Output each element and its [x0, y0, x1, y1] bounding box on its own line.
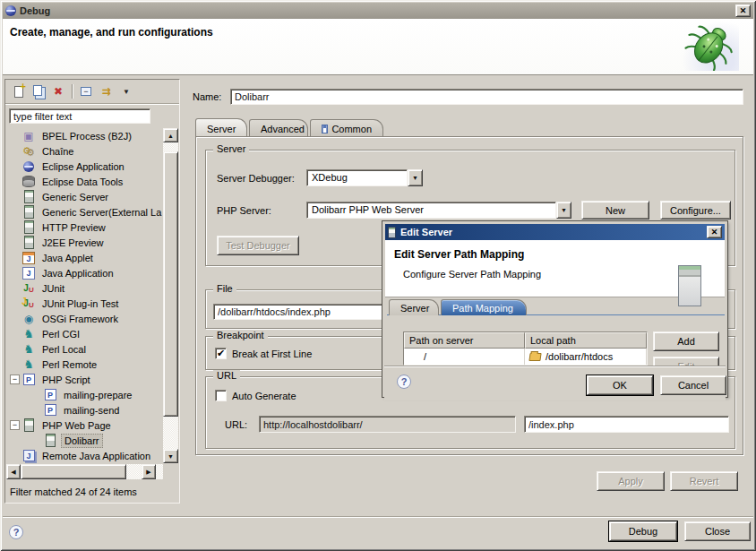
tree-item-http-preview[interactable]: HTTP Preview: [6, 220, 178, 235]
duplicate-icon[interactable]: [29, 82, 48, 101]
column-path-on-server[interactable]: Path on server: [404, 332, 525, 349]
tree-item-mailing-prepare[interactable]: mailing-prepare: [6, 387, 178, 402]
tree-item-eclipse-data-tools[interactable]: Eclipse Data Tools: [6, 174, 178, 189]
ok-button[interactable]: OK: [587, 375, 653, 395]
tree-indent: [10, 222, 20, 232]
add-mapping-button[interactable]: Add: [653, 331, 719, 351]
tree-item-label: Chaîne: [39, 145, 76, 158]
scroll-left-icon[interactable]: ◀: [6, 464, 21, 479]
tree-item-bpel-process-b2j[interactable]: BPEL Process (B2J): [6, 128, 178, 143]
tree-item-osgi-framework[interactable]: OSGi Framework: [6, 311, 178, 326]
cancel-button[interactable]: Cancel: [660, 375, 726, 395]
scroll-thumb[interactable]: [163, 151, 178, 417]
tab-server[interactable]: Server: [195, 118, 247, 136]
window-titlebar[interactable]: Debug ✕: [3, 3, 753, 19]
dialog-titlebar[interactable]: Edit Server ✕: [385, 224, 725, 240]
collapse-expander-icon[interactable]: −: [10, 420, 20, 430]
tree-item-java-application[interactable]: Java Application: [6, 265, 178, 280]
tree-item-generic-server-external-la[interactable]: Generic Server(External La: [6, 204, 178, 220]
server-debugger-select[interactable]: XDebug ▼: [306, 169, 423, 186]
dialog-help-icon[interactable]: ?: [397, 375, 411, 389]
tree-item-perl-local[interactable]: Perl Local: [6, 341, 178, 357]
php-server-label: PHP Server:: [217, 205, 271, 216]
server-debugger-value: XDebug: [306, 169, 408, 186]
tree-item-generic-server[interactable]: Generic Server: [6, 189, 178, 204]
tree-item-junit-plug-in-test[interactable]: JUnit Plug-in Test: [6, 296, 178, 311]
chevron-down-icon[interactable]: ▼: [556, 202, 571, 219]
dialog-tabs: Server Path Mapping: [387, 299, 725, 315]
delete-icon[interactable]: ✖: [48, 82, 68, 101]
tree-item-junit[interactable]: JUnit: [6, 280, 178, 296]
tree-item-java-applet[interactable]: Java Applet: [6, 250, 178, 265]
php-script-icon: [21, 373, 36, 386]
tree-item-php-script[interactable]: −PHP Script: [6, 372, 178, 387]
scroll-up-icon[interactable]: ▲: [163, 128, 178, 142]
scroll-down-icon[interactable]: ▼: [163, 449, 178, 463]
url-base-input[interactable]: [259, 416, 516, 433]
tree-indent: [10, 131, 20, 141]
tree-indent: [10, 298, 20, 308]
php-server-select[interactable]: Dolibarr PHP Web Server ▼: [306, 202, 571, 219]
dialog-tab-server[interactable]: Server: [389, 299, 439, 315]
path-mapping-table: Path on server Local path //dolibarr/htd…: [403, 331, 648, 366]
dialog-tab-path-mapping[interactable]: Path Mapping: [441, 299, 527, 315]
tree-vertical-scrollbar[interactable]: ▲ ▼: [163, 128, 178, 463]
tree-item-remote-java-application[interactable]: Remote Java Application: [6, 448, 178, 463]
configurations-sidebar: ✖ − ⇉ ▼ BPEL Process (B2J)ChaîneEclipse …: [4, 79, 180, 504]
filter-input[interactable]: [9, 108, 150, 124]
menu-dropdown-icon[interactable]: ▼: [116, 82, 135, 101]
filter-icon[interactable]: ⇉: [96, 82, 116, 101]
tree-item-label: HTTP Preview: [39, 221, 108, 234]
tree-item-j2ee-preview[interactable]: J2EE Preview: [6, 235, 178, 250]
help-icon[interactable]: ?: [9, 525, 23, 539]
scroll-thumb[interactable]: [21, 464, 126, 479]
new-configuration-icon[interactable]: [9, 82, 29, 101]
tree-item-eclipse-application[interactable]: Eclipse Application: [6, 159, 178, 174]
java-application-icon: [21, 266, 36, 280]
tree-item-label: Generic Server: [39, 191, 111, 203]
configure-server-button[interactable]: Configure...: [660, 201, 731, 220]
tab-advanced[interactable]: Advanced: [249, 119, 308, 136]
tree-item-php-web-page[interactable]: −PHP Web Page: [6, 418, 178, 433]
tree-item-perl-cgi[interactable]: Perl CGI: [6, 326, 178, 341]
php-server-value: Dolibarr PHP Web Server: [306, 202, 556, 219]
folder-icon: [528, 353, 541, 361]
collapse-all-icon[interactable]: −: [76, 82, 96, 101]
perl-icon: [21, 357, 36, 371]
tree-indent: [10, 146, 20, 156]
test-debugger-button[interactable]: Test Debugger: [217, 236, 299, 255]
toolbar-separator: [72, 84, 73, 99]
eclipse-logo-icon: [5, 5, 16, 16]
tree-item-mailing-send[interactable]: mailing-send: [6, 402, 178, 418]
auto-generate-checkbox[interactable]: [215, 390, 227, 401]
tree-item-dolibarr[interactable]: Dolibarr: [6, 433, 178, 448]
chain-icon: [21, 144, 36, 158]
scroll-right-icon[interactable]: ▶: [142, 464, 156, 479]
tree-indent: [10, 253, 20, 263]
tree-horizontal-scrollbar[interactable]: ◀ ▶: [6, 464, 163, 479]
break-first-line-checkbox[interactable]: ✔: [215, 348, 227, 359]
mapping-row[interactable]: //dolibarr/htdocs: [404, 349, 647, 365]
apply-button[interactable]: Apply: [597, 471, 665, 491]
tab-common[interactable]: Common: [310, 119, 383, 136]
scrollbar-corner: [163, 464, 178, 479]
tree-item-cha-ne[interactable]: Chaîne: [6, 143, 178, 159]
chevron-down-icon[interactable]: ▼: [408, 169, 423, 186]
dialog-close-icon[interactable]: ✕: [707, 226, 722, 238]
close-icon[interactable]: ✕: [735, 4, 751, 17]
tree-item-perl-remote[interactable]: Perl Remote: [6, 357, 178, 372]
tree-indent: [10, 161, 20, 171]
perl-icon: [21, 342, 36, 356]
revert-button[interactable]: Revert: [670, 471, 738, 491]
close-button[interactable]: Close: [684, 521, 751, 541]
remote-java-icon: [21, 449, 36, 462]
new-server-button[interactable]: New: [581, 201, 649, 220]
collapse-expander-icon[interactable]: −: [10, 375, 20, 384]
debug-button[interactable]: Debug: [609, 521, 677, 541]
name-input[interactable]: [230, 89, 743, 105]
filter-status: Filter matched 24 of 24 items: [10, 486, 137, 497]
column-local-path[interactable]: Local path: [525, 332, 647, 349]
page-title: Create, manage, and run configurations: [10, 26, 213, 39]
url-path-input[interactable]: [524, 416, 729, 433]
junit-plugin-icon: [21, 297, 36, 310]
